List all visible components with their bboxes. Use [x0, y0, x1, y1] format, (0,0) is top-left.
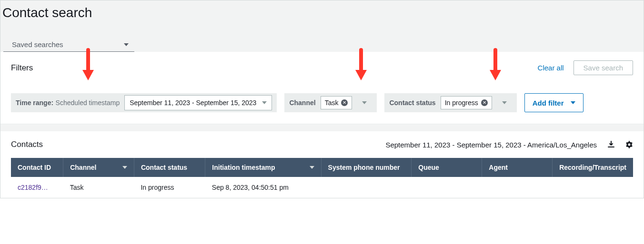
filter-contact-status: Contact status In progress ✕	[384, 93, 516, 112]
chevron-down-icon	[502, 101, 507, 104]
chevron-down-icon	[262, 101, 267, 104]
filters-panel: Filters Clear all Save search Time range…	[0, 52, 644, 124]
sort-icon	[122, 166, 127, 169]
col-queue[interactable]: Queue	[412, 158, 482, 177]
sort-icon	[310, 166, 314, 169]
contact-status-chip: In progress ✕	[441, 96, 492, 109]
add-filter-button[interactable]: Add filter	[524, 93, 584, 112]
col-contact-id[interactable]: Contact ID	[11, 158, 63, 177]
channel-chip-label: Task	[325, 99, 339, 107]
add-filter-label: Add filter	[533, 99, 564, 107]
cell-recording	[553, 177, 633, 198]
contacts-table: Contact ID Channel Contact status Initia…	[11, 158, 633, 198]
col-system-phone[interactable]: System phone number	[321, 158, 412, 177]
contact-id-link[interactable]: c2182f9…	[18, 184, 48, 191]
channel-chip: Task ✕	[321, 96, 352, 109]
filter-label: Contact status	[389, 99, 435, 107]
filter-channel: Channel Task ✕	[284, 93, 377, 112]
channel-dropdown[interactable]	[357, 95, 372, 110]
chevron-down-icon	[362, 101, 367, 104]
cell-contact-status: In progress	[134, 177, 205, 198]
filter-sublabel: Scheduled timestamp	[56, 99, 120, 107]
contacts-panel: Contacts September 11, 2023 - September …	[0, 131, 644, 198]
saved-searches-dropdown[interactable]: Saved searches	[3, 38, 134, 52]
remove-chip-icon[interactable]: ✕	[341, 99, 348, 106]
remove-chip-icon[interactable]: ✕	[481, 99, 488, 106]
cell-channel: Task	[63, 177, 134, 198]
gear-icon[interactable]	[625, 141, 633, 148]
chevron-down-icon	[124, 43, 129, 46]
contacts-meta-text: September 11, 2023 - September 15, 2023 …	[385, 141, 597, 149]
download-icon[interactable]	[607, 141, 615, 148]
time-range-value: September 11, 2023 - September 15, 2023	[130, 99, 256, 107]
table-row[interactable]: c2182f9… Task In progress Sep 8, 2023, 0…	[11, 177, 633, 198]
filter-label: Channel	[289, 99, 315, 107]
contact-status-chip-label: In progress	[445, 99, 478, 107]
chevron-down-icon	[571, 101, 575, 104]
filter-time-range: Time range: Scheduled timestamp Septembe…	[11, 93, 277, 112]
saved-searches-label: Saved searches	[12, 40, 63, 49]
col-recording[interactable]: Recording/Transcript	[553, 158, 633, 177]
contacts-title: Contacts	[11, 140, 43, 149]
col-channel[interactable]: Channel	[63, 158, 134, 177]
filter-label: Time range:	[16, 99, 53, 107]
contact-status-dropdown[interactable]	[497, 95, 512, 110]
col-agent[interactable]: Agent	[482, 158, 553, 177]
cell-initiation-ts: Sep 8, 2023, 04:50:51 pm	[205, 177, 321, 198]
save-search-button[interactable]: Save search	[574, 60, 633, 75]
time-range-select[interactable]: September 11, 2023 - September 15, 2023	[124, 95, 272, 110]
page-title: Contact search	[0, 5, 644, 26]
filters-title: Filters	[11, 63, 33, 73]
cell-agent	[482, 177, 553, 198]
col-contact-status[interactable]: Contact status	[134, 158, 205, 177]
clear-all-link[interactable]: Clear all	[538, 64, 564, 72]
cell-system-phone	[321, 177, 412, 198]
col-initiation-ts[interactable]: Initiation timestamp	[205, 158, 321, 177]
cell-queue	[412, 177, 482, 198]
